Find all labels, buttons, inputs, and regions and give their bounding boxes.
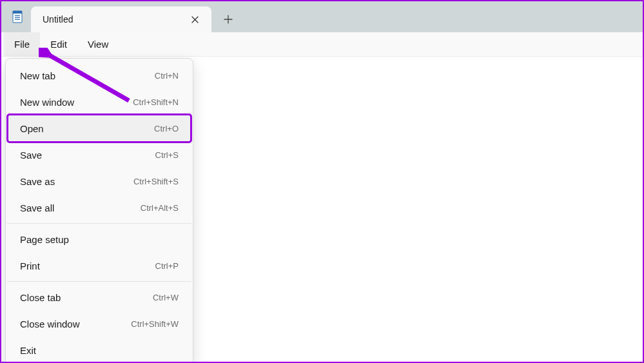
file-menu-item-save-as[interactable]: Save asCtrl+Shift+S xyxy=(8,168,190,194)
file-menu-item-new-window[interactable]: New windowCtrl+Shift+N xyxy=(8,89,190,115)
menu-item-label: Close tab xyxy=(20,292,61,303)
svg-rect-1 xyxy=(13,11,22,14)
menu-item-label: Open xyxy=(20,123,44,134)
tab-title: Untitled xyxy=(43,14,186,25)
file-menu-item-exit[interactable]: Exit xyxy=(8,337,190,363)
menu-edit[interactable]: Edit xyxy=(40,32,77,56)
menu-item-label: New tab xyxy=(20,70,55,81)
menu-item-shortcut: Ctrl+P xyxy=(155,261,179,271)
document-tab[interactable]: Untitled xyxy=(31,6,211,32)
file-menu-dropdown: New tabCtrl+NNew windowCtrl+Shift+NOpenC… xyxy=(5,58,193,363)
menu-item-label: Exit xyxy=(20,345,36,356)
file-menu-item-open[interactable]: OpenCtrl+O xyxy=(8,115,190,141)
file-menu-item-page-setup[interactable]: Page setup xyxy=(8,226,190,252)
menu-file[interactable]: File xyxy=(4,32,40,56)
menu-item-shortcut: Ctrl+W xyxy=(153,293,179,302)
close-tab-icon[interactable] xyxy=(186,10,204,28)
file-menu-item-save-all[interactable]: Save allCtrl+Alt+S xyxy=(8,195,190,221)
menu-item-shortcut: Ctrl+S xyxy=(155,150,179,160)
menu-item-shortcut: Ctrl+O xyxy=(154,124,179,133)
menubar: File Edit View xyxy=(1,32,643,57)
menu-item-label: Page setup xyxy=(20,234,69,245)
menu-item-shortcut: Ctrl+Alt+S xyxy=(141,203,179,213)
menu-item-label: Save as xyxy=(20,176,55,187)
menu-item-label: Close window xyxy=(20,319,80,329)
menu-view[interactable]: View xyxy=(77,32,119,56)
menu-item-shortcut: Ctrl+N xyxy=(155,71,179,81)
file-menu-item-new-tab[interactable]: New tabCtrl+N xyxy=(8,63,190,88)
menu-item-label: Save all xyxy=(20,202,54,213)
file-menu-item-save[interactable]: SaveCtrl+S xyxy=(8,142,190,168)
menu-item-shortcut: Ctrl+Shift+S xyxy=(133,177,179,186)
menu-item-label: Print xyxy=(20,260,40,271)
file-menu-item-close-tab[interactable]: Close tabCtrl+W xyxy=(8,284,190,310)
menu-separator xyxy=(7,281,191,282)
menu-item-shortcut: Ctrl+Shift+W xyxy=(131,319,179,329)
menu-item-label: Save xyxy=(20,150,42,161)
titlebar: Untitled xyxy=(1,1,643,32)
new-tab-button[interactable] xyxy=(215,6,241,32)
menu-item-shortcut: Ctrl+Shift+N xyxy=(133,97,179,107)
menu-item-label: New window xyxy=(20,97,74,108)
notepad-app-icon xyxy=(10,10,24,24)
file-menu-item-close-window[interactable]: Close windowCtrl+Shift+W xyxy=(8,311,190,337)
menu-separator xyxy=(7,223,191,224)
file-menu-item-print[interactable]: PrintCtrl+P xyxy=(8,253,190,279)
